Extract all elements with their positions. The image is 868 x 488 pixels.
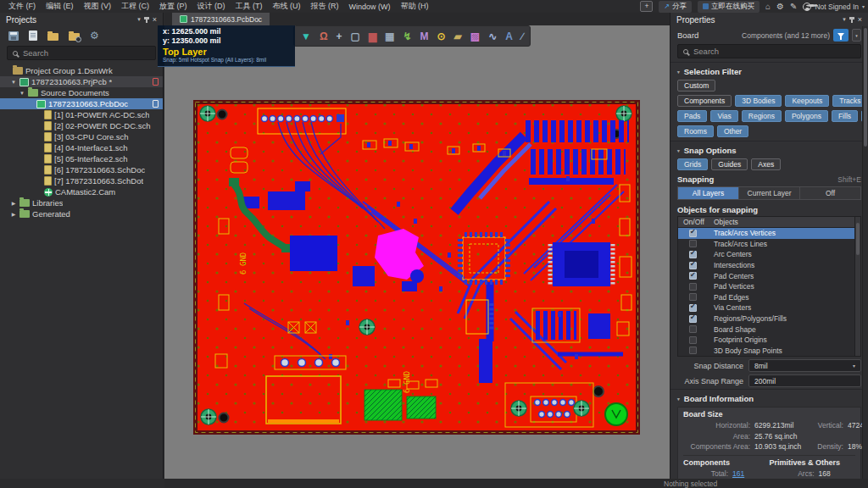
snap-object-row[interactable]: Track/Arcs Vertices [678,228,854,239]
menu-item[interactable]: 编辑 (E) [41,1,79,12]
menu-item[interactable]: 布线 (U) [268,1,306,12]
open-project-folder-icon[interactable] [47,33,58,41]
place-text-icon[interactable]: A [505,31,513,42]
pin-icon[interactable] [146,17,147,23]
filter-chip[interactable]: Regions [742,110,782,122]
checkbox[interactable] [689,347,697,354]
snapping-mode-option[interactable]: All Layers [678,187,739,199]
tree-item[interactable]: [3] 03-CPU Core.sch [0,131,163,142]
tree-item[interactable]: ▼ 17872310663.PrjPcb * [0,76,163,87]
place-line-icon[interactable]: ∕ [521,31,523,42]
snap-distance-select[interactable]: 8mil ▾ [748,359,861,372]
snap-object-row[interactable]: Arc Centers [678,249,854,260]
buy-online-button[interactable]: 立即在线购买 [698,1,760,13]
filter-chip[interactable]: Pads [677,110,707,122]
section-board-information[interactable]: ▾ Board Information [670,391,868,405]
tree-item[interactable]: ▶ Generated [0,208,163,219]
pcb-canvas[interactable]: GND 6 GND 6 [164,25,670,479]
custom-filter-button[interactable]: Custom [677,80,715,92]
save-icon[interactable] [8,31,19,41]
tree-item[interactable]: CAMtastic2.Cam [0,186,163,197]
menu-item[interactable]: 报告 (R) [306,1,344,12]
checkbox[interactable] [689,293,697,301]
snap-object-row[interactable]: 3D Body Snap Points [678,346,854,357]
snap-toggle-button[interactable]: Grids [677,158,708,170]
snap-object-row[interactable]: Pad Edges [678,292,854,303]
menu-item[interactable]: Window (W) [344,3,396,11]
customization-pen-icon[interactable]: ✎ [790,3,797,11]
tree-item[interactable]: Project Group 1.DsnWrk [0,65,163,76]
snap-toggle-button[interactable]: Guides [711,158,748,170]
checkbox[interactable] [689,240,697,247]
close-icon[interactable]: × [153,16,157,24]
filter-chip[interactable]: 3D Bodies [735,95,782,107]
expand-arrow-icon[interactable]: ▼ [19,91,25,96]
settings-gear-icon[interactable]: ⚙ [776,3,784,11]
checkbox[interactable] [689,336,697,344]
filter-dropdown-button[interactable]: ▾ [852,29,861,42]
snapping-mode-option[interactable]: Off [800,187,860,199]
snapping-mode-option[interactable]: Current Layer [739,187,800,199]
snap-object-row[interactable]: Via Centers [678,302,854,313]
properties-scrollbar[interactable] [862,26,868,479]
filter-chip[interactable]: Polygons [785,110,828,122]
tab-pcbdoc[interactable]: 17872310663.PcbDoc [172,13,270,25]
checkbox[interactable] [689,251,697,258]
filter-chip[interactable]: Rooms [677,125,714,137]
expand-arrow-icon[interactable]: ▶ [10,211,17,217]
checkbox[interactable] [689,304,697,312]
object-filter-button[interactable] [833,29,849,42]
tree-item[interactable]: [2] 02-POWER DC-DC.sch [0,120,163,131]
components-total-link[interactable]: 161 [732,469,744,478]
highlight-net-icon[interactable]: ⊙ [437,31,446,42]
expand-arrow-icon[interactable]: ▶ [10,200,17,206]
tree-item[interactable]: ▶ Libraries [0,197,163,208]
menu-item[interactable]: 设计 (D) [192,1,231,12]
expand-arrow-icon[interactable]: ▼ [10,80,17,85]
open-document-icon[interactable] [29,30,37,41]
selection-filter-icon[interactable]: ▼ [301,31,311,42]
user-account-button[interactable]: Not Signed In ▾ [803,3,865,11]
checkbox[interactable] [689,315,697,323]
snap-object-row[interactable]: Footprint Origins [678,335,854,346]
tree-item[interactable]: [5] 05-Interface2.sch [0,153,163,164]
polygon-pour-icon[interactable]: ▰ [454,31,462,42]
menu-item[interactable]: 工程 (C) [116,1,154,12]
panel-menu-icon[interactable]: ▾ [137,16,141,23]
menu-item[interactable]: 视图 (V) [79,1,117,12]
tree-item[interactable]: 17872310663.PcbDoc [0,98,163,109]
snap-object-row[interactable]: Pad Vertices [678,281,854,292]
checkbox[interactable] [689,262,697,269]
snap-object-row[interactable]: Intersections [678,260,854,271]
project-options-icon[interactable]: ⚙ [90,30,99,41]
menu-item[interactable]: 放置 (P) [154,1,192,12]
snap-object-row[interactable]: Board Shape [678,324,854,335]
checkbox[interactable] [689,272,697,280]
filter-chip[interactable]: Other [717,125,748,137]
dimension-icon[interactable]: ▨ [470,31,480,42]
checkbox[interactable] [689,325,697,333]
crosshair-icon[interactable]: + [337,31,342,42]
pad-grid-icon[interactable]: ▦ [385,31,394,42]
tree-item[interactable]: [1] 01-POWER AC-DC.sch [0,109,163,120]
panel-menu-icon[interactable]: ▾ [843,16,846,23]
filter-chip[interactable]: Components [677,95,732,107]
select-region-icon[interactable]: ▢ [351,31,360,42]
snap-toggle-button[interactable]: Axes [751,158,781,170]
board-insight-icon[interactable]: ▆ [369,31,376,42]
projects-search-input[interactable]: Search [7,46,156,60]
section-selection-filter[interactable]: ▾ Selection Filter [670,64,868,78]
checkbox[interactable] [689,230,697,237]
checkbox[interactable] [689,283,697,291]
snap-object-row[interactable]: Track/Arcs Lines [678,239,854,250]
close-icon[interactable]: × [858,16,862,24]
length-tuning-icon[interactable]: ∿ [488,31,497,42]
table-scrollbar[interactable] [854,217,860,356]
menu-item[interactable]: 文件 (F) [3,1,41,12]
snap-object-row[interactable]: Regions/Polygons/Fills [678,313,854,324]
share-button[interactable]: ↗分享 [659,1,692,13]
properties-search-input[interactable]: Search [677,44,861,58]
close-project-folder-icon[interactable] [69,33,80,41]
snap-magnet-icon[interactable]: Ω [320,31,328,42]
tree-item[interactable]: ▼ Source Documents [0,87,163,98]
